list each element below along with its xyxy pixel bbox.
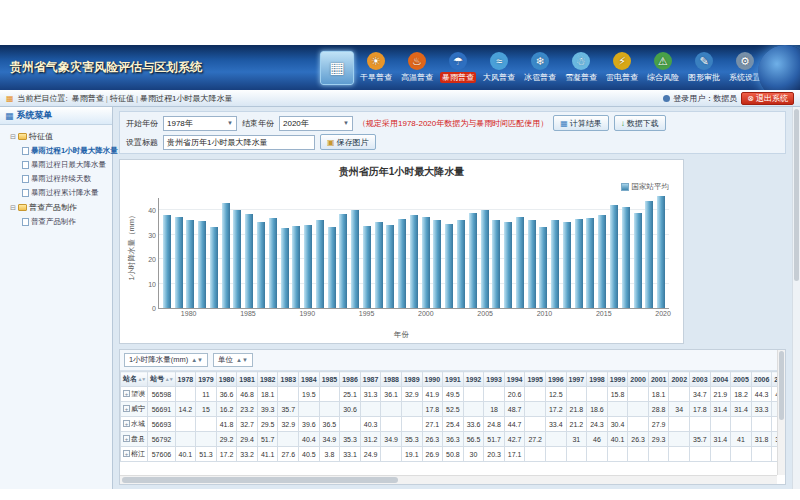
bar-1989 — [292, 226, 300, 308]
table-row[interactable]: +水城5669341.832.729.532.939.636.540.327.1… — [121, 417, 787, 432]
col-header-year-1979[interactable]: 1979 — [196, 372, 217, 387]
col-header-year-1998[interactable]: 1998 — [587, 372, 608, 387]
col-header-year-1995[interactable]: 1995 — [525, 372, 546, 387]
table-filter-chip[interactable]: 1小时降水量(mm)▲▼ — [124, 353, 208, 367]
sort-arrows-icon[interactable]: ▲▼ — [137, 376, 145, 382]
col-header-year-1991[interactable]: 1991 — [443, 372, 464, 387]
nav-item-rainstorm[interactable]: ☂暴雨普查 — [439, 52, 477, 83]
scrollbar-thumb[interactable] — [122, 477, 398, 483]
nav-item-wind[interactable]: ≈大风普查 — [480, 52, 518, 83]
value-cell: 21.8 — [566, 402, 587, 417]
download-button[interactable]: ↓ 数据下载 — [614, 115, 666, 131]
col-header-year-1985[interactable]: 1985 — [319, 372, 340, 387]
table-filter-chip[interactable]: 单位▲▼ — [213, 353, 253, 367]
station-name-cell: +盘县 — [121, 432, 148, 447]
tree-item[interactable]: 暴雨过程累计降水量 — [2, 186, 110, 200]
tree-item[interactable]: 暴雨过程日最大降水量 — [2, 158, 110, 172]
value-cell: 35.3 — [401, 432, 422, 447]
chart-title-input[interactable]: 贵州省历年1小时最大降水量 — [163, 135, 315, 150]
value-cell: 31.3 — [360, 387, 381, 402]
col-header-year-2006[interactable]: 2006 — [751, 372, 772, 387]
expand-row-icon[interactable]: + — [123, 435, 130, 442]
value-cell: 14.2 — [175, 402, 196, 417]
x-tick-label: 1980 — [181, 310, 197, 317]
value-cell: 21.2 — [566, 417, 587, 432]
breadcrumb-item[interactable]: 暴雨过程1小时最大降水量 — [140, 94, 232, 103]
col-header-year-1987[interactable]: 1987 — [360, 372, 381, 387]
col-header-year-2005[interactable]: 2005 — [731, 372, 752, 387]
col-header-year-2001[interactable]: 2001 — [648, 372, 669, 387]
breadcrumb-item[interactable]: 特征值 — [110, 94, 134, 103]
expand-row-icon[interactable]: + — [123, 420, 130, 427]
col-header-station-id[interactable]: 站号 ▲▼ — [148, 372, 175, 387]
col-header-year-1981[interactable]: 1981 — [237, 372, 258, 387]
col-header-year-1986[interactable]: 1986 — [340, 372, 361, 387]
save-image-button[interactable]: ▣ 保存图片 — [320, 134, 376, 150]
col-header-year-1994[interactable]: 1994 — [504, 372, 525, 387]
value-cell — [360, 402, 381, 417]
col-header-year-1999[interactable]: 1999 — [607, 372, 628, 387]
tree-item[interactable]: 暴雨过程1小时最大降水量 — [2, 144, 110, 158]
value-cell: 31.4 — [710, 402, 731, 417]
expand-row-icon[interactable]: + — [123, 405, 130, 412]
expand-row-icon[interactable]: + — [123, 390, 130, 397]
col-header-year-1982[interactable]: 1982 — [257, 372, 278, 387]
value-cell: 19.1 — [401, 447, 422, 462]
table-vertical-scrollbar[interactable] — [777, 350, 785, 475]
col-header-year-1988[interactable]: 1988 — [381, 372, 402, 387]
col-header-year-1984[interactable]: 1984 — [299, 372, 320, 387]
bar-1995 — [363, 226, 371, 308]
value-cell: 40.1 — [607, 432, 628, 447]
tree-folder[interactable]: ⊟普查产品制作 — [2, 200, 110, 215]
end-year-select[interactable]: 2020年▼ — [279, 116, 353, 131]
tree-folder[interactable]: ⊟特征值 — [2, 129, 110, 144]
nav-item-drought[interactable]: ☀干旱普查 — [357, 52, 395, 83]
tree-item-label: 暴雨过程累计降水量 — [31, 188, 99, 198]
logout-button[interactable]: ⊗ 退出系统 — [741, 92, 794, 105]
nav-item-approval[interactable]: ✎图形审批 — [685, 52, 723, 83]
col-header-year-1978[interactable]: 1978 — [175, 372, 196, 387]
nav-item-module-tile[interactable]: ▦ — [320, 51, 354, 85]
sort-arrows-icon[interactable]: ▲▼ — [164, 376, 172, 382]
tree-item[interactable]: 普查产品制作 — [2, 215, 110, 229]
nav-item-lightning[interactable]: ⚡雷电普查 — [603, 52, 641, 83]
tree-item[interactable]: 暴雨过程持续天数 — [2, 172, 110, 186]
col-header-station-name[interactable]: 站名 ▲▼ — [121, 372, 148, 387]
col-header-year-1997[interactable]: 1997 — [566, 372, 587, 387]
sidebar-tree: ⊟特征值暴雨过程1小时最大降水量暴雨过程日最大降水量暴雨过程持续天数暴雨过程累计… — [0, 125, 112, 233]
save-icon: ▣ — [327, 138, 335, 147]
table-row[interactable]: +望谟565981136.646.818.119.525.131.336.132… — [121, 387, 787, 402]
table-row[interactable]: +榕江5760640.151.317.233.241.127.640.53.83… — [121, 447, 787, 462]
col-header-year-1989[interactable]: 1989 — [401, 372, 422, 387]
start-year-select[interactable]: 1978年▼ — [163, 116, 237, 131]
expand-row-icon[interactable]: + — [123, 450, 130, 457]
nav-label: 综合风险 — [647, 72, 679, 83]
value-cell — [525, 417, 546, 432]
nav-item-heat[interactable]: ♨高温普查 — [398, 52, 436, 83]
table-horizontal-scrollbar[interactable] — [120, 475, 777, 484]
calculate-button[interactable]: ▦ 计算结果 — [553, 115, 609, 131]
col-header-year-2003[interactable]: 2003 — [690, 372, 711, 387]
breadcrumb-item[interactable]: 暴雨普查 — [72, 94, 104, 103]
nav-item-snow[interactable]: ☃雪凝普查 — [562, 52, 600, 83]
col-header-year-1980[interactable]: 1980 — [216, 372, 237, 387]
col-header-year-2000[interactable]: 2000 — [628, 372, 649, 387]
chip-label: 1小时降水量(mm) — [129, 355, 188, 365]
main-vertical-scrollbar[interactable] — [792, 107, 800, 489]
col-header-year-1983[interactable]: 1983 — [278, 372, 299, 387]
collapse-icon[interactable]: ⊟ — [10, 133, 16, 141]
table-row[interactable]: +盘县5679229.229.451.740.434.935.331.234.9… — [121, 432, 787, 447]
nav-item-risk[interactable]: ⚠综合风险 — [644, 52, 682, 83]
scrollbar-thumb[interactable] — [794, 109, 799, 281]
value-cell — [628, 402, 649, 417]
table-row[interactable]: +威宁5669114.21516.223.239.335.730.617.852… — [121, 402, 787, 417]
col-header-year-1996[interactable]: 1996 — [546, 372, 567, 387]
col-header-year-2002[interactable]: 2002 — [669, 372, 690, 387]
scrollbar-thumb[interactable] — [779, 351, 784, 420]
nav-item-hail[interactable]: ❄冰雹普查 — [521, 52, 559, 83]
col-header-year-1992[interactable]: 1992 — [463, 372, 484, 387]
col-header-year-2004[interactable]: 2004 — [710, 372, 731, 387]
collapse-icon[interactable]: ⊟ — [10, 204, 16, 212]
col-header-year-1990[interactable]: 1990 — [422, 372, 443, 387]
col-header-year-1993[interactable]: 1993 — [484, 372, 505, 387]
